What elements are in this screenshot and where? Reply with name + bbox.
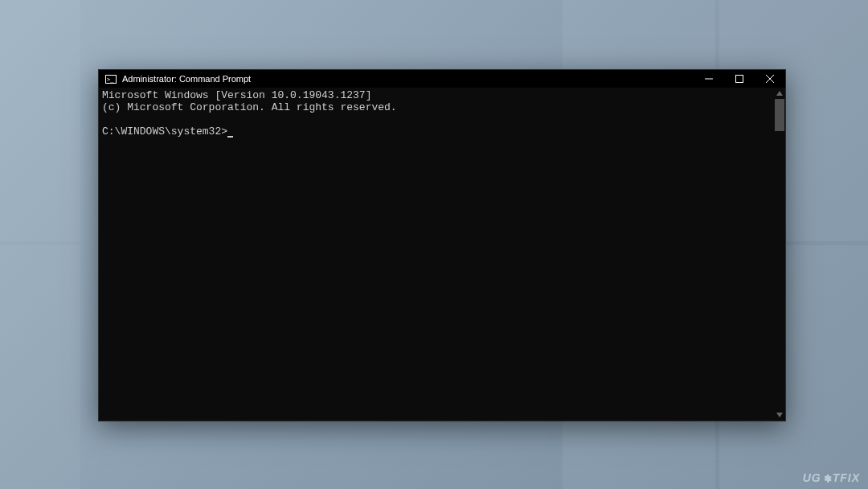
scroll-thumb[interactable] [775,99,784,131]
window-title: Administrator: Command Prompt [122,70,251,88]
titlebar[interactable]: >_ Administrator: Command Prompt [99,70,785,88]
minimize-button[interactable] [694,70,724,88]
scroll-down-icon[interactable] [774,409,785,421]
cursor [227,136,233,138]
maximize-button[interactable] [724,70,755,88]
background-panel [0,245,80,489]
watermark-text-pre: UG [803,471,821,484]
scrollbar[interactable] [774,88,785,421]
gear-icon [822,474,832,483]
terminal-area: Microsoft Windows [Version 10.0.19043.12… [99,88,785,421]
terminal-line: (c) Microsoft Corporation. All rights re… [102,101,397,113]
scroll-up-icon[interactable] [774,88,785,99]
svg-rect-3 [736,76,743,83]
terminal-prompt: C:\WINDOWS\system32> [102,125,227,138]
svg-marker-7 [776,413,783,417]
close-button[interactable] [755,70,785,88]
watermark-text-post: TFIX [833,471,860,484]
cmd-icon: >_ [104,74,117,84]
svg-marker-6 [776,91,783,96]
terminal-output[interactable]: Microsoft Windows [Version 10.0.19043.12… [99,88,774,421]
command-prompt-window: >_ Administrator: Command Prompt Microso… [98,69,786,421]
background-panel [0,0,80,241]
svg-text:>_: >_ [107,76,114,83]
terminal-line: Microsoft Windows [Version 10.0.19043.12… [102,89,371,101]
watermark: UG TFIX [803,471,860,484]
